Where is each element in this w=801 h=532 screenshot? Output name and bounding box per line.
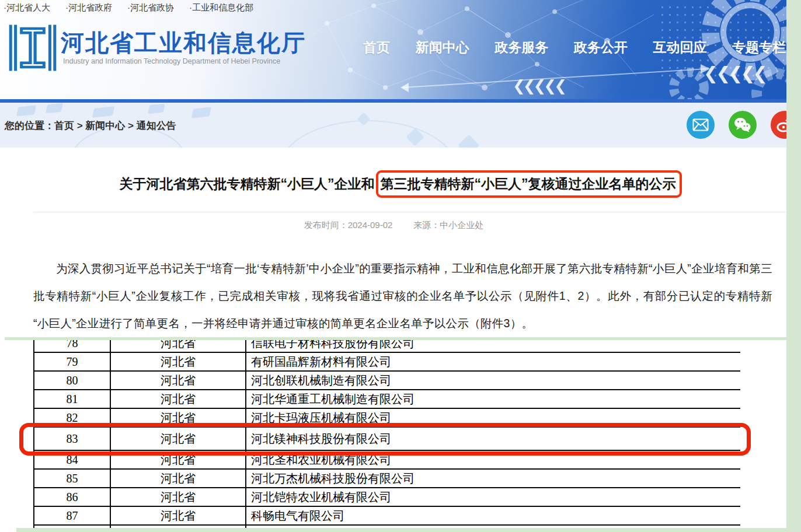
row-number-cell: 78 bbox=[34, 340, 110, 352]
article-title-highlight-redbox: 第三批专精特新“小巨人”复核通过企业名单的公示 bbox=[376, 170, 682, 198]
nav-item[interactable]: 政务公开 bbox=[574, 38, 628, 57]
nav-item[interactable]: 新闻中心 bbox=[416, 38, 469, 57]
article-meta: 发布时间：2024-09-02来源：中小企业处 bbox=[33, 220, 754, 231]
topbar-link[interactable]: ·河北省政协 bbox=[127, 2, 174, 16]
publish-label: 发布时间： bbox=[304, 220, 348, 230]
page: ❮❮❮❮❮ ❮❮❮❮❮ ·河北省人大·河北省政府·河北省政协·工业和信息化部 河… bbox=[0, 0, 801, 532]
row-number-cell: 87 bbox=[34, 506, 110, 525]
table-row: 81 河北省 河北华通重工机械制造有限公司 bbox=[34, 390, 740, 408]
social-icons bbox=[687, 111, 801, 139]
site-title-english: Industry and Information Technology Depa… bbox=[63, 57, 280, 65]
nav-item[interactable]: 首页 bbox=[363, 38, 390, 57]
green-frame-right bbox=[786, 0, 801, 532]
company-name-cell: 河北创联机械制造有限公司 bbox=[246, 371, 740, 390]
topbar-link[interactable]: ·河北省政府 bbox=[65, 2, 112, 16]
row-number-cell: 83 bbox=[34, 427, 110, 450]
company-table-section: 78 河北省 信联电子材料科技股份有限公司 79 河北省 有研国晶辉新材料有限公… bbox=[0, 337, 801, 532]
topbar-link[interactable]: ·河北省人大 bbox=[4, 2, 50, 16]
nav-item[interactable]: 互动回应 bbox=[653, 38, 706, 57]
chevron-decoration: ❮❮❮❮❮ bbox=[704, 63, 765, 83]
table-viewport: 78 河北省 信联电子材料科技股份有限公司 79 河北省 有研国晶辉新材料有限公… bbox=[33, 340, 740, 528]
breadcrumb-label: 您的位置： bbox=[5, 120, 54, 131]
company-table-body: 78 河北省 信联电子材料科技股份有限公司 79 河北省 有研国晶辉新材料有限公… bbox=[34, 340, 740, 525]
mail-icon[interactable] bbox=[687, 111, 715, 139]
source-value: 中小企业处 bbox=[440, 220, 483, 230]
province-cell: 河北省 bbox=[110, 352, 246, 371]
article-body: 为深入贯彻习近平总书记关于“培育一批‘专精特新’中小企业”的重要指示精神，工业和… bbox=[33, 255, 772, 337]
article-title-part1: 关于河北省第六批专精特新“小巨人”企业和 bbox=[120, 176, 375, 191]
chevron-decoration: ❮❮❮❮❮ bbox=[513, 77, 565, 95]
title-divider bbox=[33, 212, 786, 212]
publish-date: 2024-09-02 bbox=[348, 220, 393, 230]
company-name-cell: 河北万杰机械科技股份有限公司 bbox=[246, 469, 740, 488]
table-row: 82 河北省 河北卡玛液压机械有限公司 bbox=[34, 408, 740, 427]
table-row: 79 河北省 有研国晶辉新材料有限公司 bbox=[34, 352, 740, 371]
site-title: 河北省工业和信息化厅 bbox=[61, 27, 306, 59]
breadcrumb[interactable]: 您的位置：首页 > 新闻中心 > 通知公告 bbox=[5, 119, 176, 132]
province-cell: 河北省 bbox=[110, 408, 246, 427]
row-number-cell: 79 bbox=[34, 352, 110, 371]
source-label: 来源： bbox=[413, 220, 440, 230]
row-number-cell: 82 bbox=[34, 408, 110, 427]
province-cell: 河北省 bbox=[110, 469, 246, 488]
table-row: 78 河北省 信联电子材料科技股份有限公司 bbox=[34, 340, 740, 352]
site-header: ❮❮❮❮❮ ❮❮❮❮❮ ·河北省人大·河北省政府·河北省政协·工业和信息化部 河… bbox=[0, 0, 801, 99]
table-row: 80 河北省 河北创联机械制造有限公司 bbox=[34, 371, 740, 390]
main-nav: 首页新闻中心政务服务政务公开互动回应专题专栏 bbox=[363, 38, 786, 57]
row-number-cell: 81 bbox=[34, 390, 110, 408]
company-name-cell: 河北镁神科技股份有限公司 bbox=[246, 427, 740, 450]
topbar-links: ·河北省人大·河北省政府·河北省政协·工业和信息化部 bbox=[4, 2, 253, 16]
green-divider-bottom bbox=[16, 528, 801, 532]
company-name-cell: 科畅电气有限公司 bbox=[246, 506, 740, 525]
row-number-cell: 85 bbox=[34, 469, 110, 488]
article-title: 关于河北省第六批专精特新“小巨人”企业和第三批专精特新“小巨人”复核通过企业名单… bbox=[18, 175, 783, 193]
company-name-cell: 河北卡玛液压机械有限公司 bbox=[246, 408, 740, 427]
nav-item[interactable]: 政务服务 bbox=[494, 38, 548, 57]
company-name-cell: 河北铠特农业机械有限公司 bbox=[246, 488, 740, 506]
province-cell: 河北省 bbox=[110, 427, 246, 450]
company-name-cell: 信联电子材料科技股份有限公司 bbox=[246, 340, 740, 352]
row-number-cell: 84 bbox=[34, 450, 110, 469]
province-cell: 河北省 bbox=[110, 340, 246, 352]
province-cell: 河北省 bbox=[110, 506, 246, 525]
table-row: 84 河北省 河北圣和农业机械有限公司 bbox=[34, 450, 740, 469]
company-table: 78 河北省 信联电子材料科技股份有限公司 79 河北省 有研国晶辉新材料有限公… bbox=[33, 340, 740, 528]
row-number-cell: 86 bbox=[34, 488, 110, 506]
table-row: 83 河北省 河北镁神科技股份有限公司 bbox=[34, 427, 740, 450]
table-row: 87 河北省 科畅电气有限公司 bbox=[34, 506, 740, 525]
breadcrumb-path[interactable]: 首页 > 新闻中心 > 通知公告 bbox=[54, 120, 176, 131]
site-logo-icon bbox=[8, 23, 57, 72]
nav-item[interactable]: 专题专栏 bbox=[732, 38, 786, 57]
wechat-icon[interactable] bbox=[729, 111, 757, 139]
topbar-link[interactable]: ·工业和信息化部 bbox=[189, 2, 253, 16]
row-number-cell: 80 bbox=[34, 371, 110, 390]
province-cell: 河北省 bbox=[110, 371, 246, 390]
table-row: 86 河北省 河北铠特农业机械有限公司 bbox=[34, 488, 740, 506]
header-underline bbox=[0, 99, 801, 103]
province-cell: 河北省 bbox=[110, 488, 246, 506]
breadcrumb-band: 您的位置：首页 > 新闻中心 > 通知公告 bbox=[0, 103, 801, 148]
company-name-cell: 有研国晶辉新材料有限公司 bbox=[246, 352, 740, 371]
table-row: 85 河北省 河北万杰机械科技股份有限公司 bbox=[34, 469, 740, 488]
province-cell: 河北省 bbox=[110, 450, 246, 469]
company-name-cell: 河北圣和农业机械有限公司 bbox=[246, 450, 740, 469]
province-cell: 河北省 bbox=[110, 390, 246, 408]
company-name-cell: 河北华通重工机械制造有限公司 bbox=[246, 390, 740, 408]
